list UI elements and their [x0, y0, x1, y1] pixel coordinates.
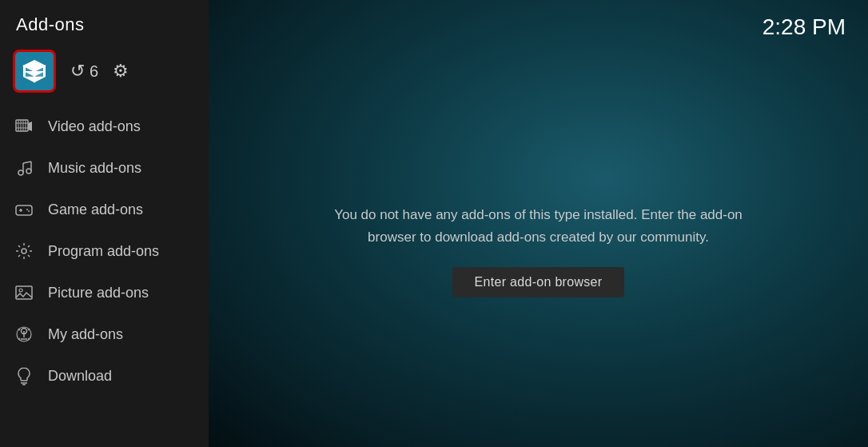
addon-browser-icon-button[interactable] — [13, 50, 56, 93]
myadd-label: My add-ons — [48, 326, 123, 343]
sidebar-item-myadd[interactable]: My add-ons — [0, 313, 209, 355]
enter-addon-browser-button[interactable]: Enter add-on browser — [452, 267, 625, 297]
sidebar-nav: Video add-ons Music add-ons — [0, 106, 209, 447]
myadd-icon — [13, 323, 35, 345]
settings-icon[interactable]: ⚙ — [113, 61, 129, 82]
program-label: Program add-ons — [48, 243, 159, 260]
music-label: Music add-ons — [48, 160, 141, 177]
svg-point-21 — [22, 249, 26, 253]
refresh-icon: ↺ — [70, 61, 85, 82]
svg-point-19 — [26, 209, 28, 210]
sidebar-item-video[interactable]: Video add-ons — [0, 106, 209, 147]
video-icon — [13, 115, 35, 138]
svg-rect-16 — [16, 206, 32, 215]
program-icon — [13, 240, 35, 262]
sidebar-item-program[interactable]: Program add-ons — [0, 230, 209, 272]
app-title: Add-ons — [16, 14, 84, 35]
picture-icon — [13, 281, 35, 304]
main-body: You do not have any add-ons of this type… — [209, 54, 868, 447]
sidebar-item-download[interactable]: Download — [0, 355, 209, 397]
svg-point-12 — [26, 169, 31, 174]
svg-point-11 — [18, 170, 23, 175]
svg-line-15 — [23, 162, 31, 163]
sidebar-item-music[interactable]: Music add-ons — [0, 147, 209, 189]
video-label: Video add-ons — [48, 118, 141, 135]
game-icon — [13, 198, 35, 221]
music-icon — [13, 157, 35, 179]
svg-rect-3 — [16, 120, 28, 131]
main-content: 2:28 PM You do not have any add-ons of t… — [209, 0, 868, 447]
svg-point-23 — [19, 289, 22, 292]
refresh-button[interactable]: ↺ 6 — [70, 61, 98, 82]
package-icon — [22, 58, 47, 84]
refresh-count: 6 — [90, 62, 98, 81]
download-label: Download — [48, 368, 112, 385]
sidebar: Add-ons ↺ 6 ⚙ — [0, 0, 209, 447]
svg-marker-10 — [28, 122, 32, 131]
sidebar-header: Add-ons — [0, 0, 209, 43]
svg-point-20 — [28, 210, 30, 212]
sidebar-item-picture[interactable]: Picture add-ons — [0, 272, 209, 313]
empty-state-message: You do not have any add-ons of this type… — [331, 204, 747, 247]
svg-rect-22 — [16, 286, 32, 299]
download-icon — [13, 365, 35, 387]
sidebar-toolbar: ↺ 6 ⚙ — [0, 43, 209, 106]
sidebar-item-game[interactable]: Game add-ons — [0, 189, 209, 230]
game-label: Game add-ons — [48, 202, 143, 218]
time-display: 2:28 PM — [762, 14, 846, 40]
app-container: Add-ons ↺ 6 ⚙ — [0, 0, 868, 447]
main-top-bar: 2:28 PM — [209, 0, 868, 54]
picture-label: Picture add-ons — [48, 285, 149, 301]
